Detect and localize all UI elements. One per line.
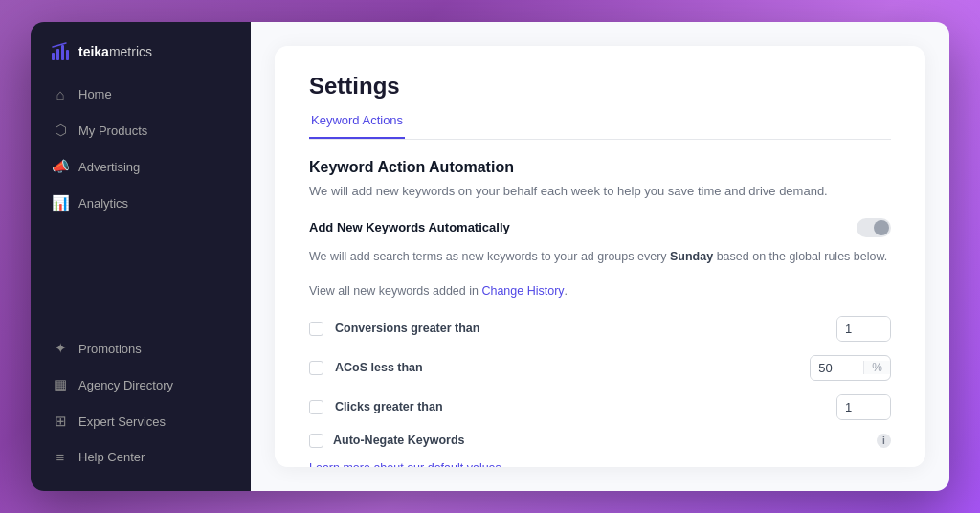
clicks-label: Clicks greater than: [335, 400, 825, 413]
tab-keyword-actions[interactable]: Keyword Actions: [309, 107, 405, 139]
svg-rect-0: [52, 53, 55, 60]
page-title: Settings: [309, 73, 891, 100]
star-icon: ⊞: [52, 413, 69, 430]
auto-negate-info-icon[interactable]: i: [877, 434, 891, 448]
conversions-label: Conversions greater than: [335, 322, 825, 335]
sidebar-item-promotions[interactable]: ✦ Promotions: [40, 331, 241, 366]
tab-bar: Keyword Actions: [309, 107, 891, 140]
acos-input-wrap: %: [810, 355, 891, 381]
sidebar: teikametrics ⌂ Home ⬡ My Products 📣 Adve…: [31, 22, 251, 491]
logo-icon: [50, 41, 71, 62]
logo-text: teikametrics: [78, 44, 152, 59]
sidebar-bottom-nav: ✦ Promotions ▦ Agency Directory ⊞ Expert…: [31, 307, 251, 491]
acos-suffix: %: [863, 361, 890, 374]
book-icon: ≡: [52, 449, 69, 465]
settings-card: Settings Keyword Actions Keyword Action …: [275, 46, 925, 467]
box-icon: ⬡: [52, 122, 69, 139]
toggle-row: Add New Keywords Automatically ✕: [309, 218, 891, 237]
acos-input[interactable]: [811, 356, 863, 380]
auto-negate-row: Auto-Negate Keywords i: [309, 434, 891, 448]
conversions-input-wrap: [836, 316, 891, 342]
sidebar-item-my-products[interactable]: ⬡ My Products: [40, 113, 241, 147]
auto-negate-checkbox[interactable]: [309, 434, 323, 448]
toggle-knob: [874, 220, 889, 235]
change-history-line: View all new keywords added in Change Hi…: [309, 281, 891, 301]
main-content: Settings Keyword Actions Keyword Action …: [251, 22, 949, 491]
sidebar-item-home[interactable]: ⌂ Home: [40, 78, 241, 111]
conversions-input[interactable]: [837, 317, 890, 341]
learn-more-link[interactable]: Learn more about our default values.: [309, 461, 891, 468]
megaphone-icon: 📣: [52, 158, 69, 175]
rule-row-acos: ACoS less than %: [309, 355, 891, 381]
svg-rect-2: [61, 45, 64, 60]
section-desc: We will add new keywords on your behalf …: [309, 182, 891, 201]
home-icon: ⌂: [52, 86, 69, 102]
sidebar-item-help-center[interactable]: ≡ Help Center: [40, 440, 241, 474]
chart-icon: 📊: [52, 194, 69, 212]
toggle-label: Add New Keywords Automatically: [309, 220, 510, 234]
svg-rect-1: [56, 49, 59, 60]
day-highlight: Sunday: [670, 250, 713, 263]
clicks-input[interactable]: [837, 395, 890, 419]
tag-icon: ✦: [52, 340, 69, 357]
nav-divider: [52, 323, 230, 323]
main-nav: ⌂ Home ⬡ My Products 📣 Advertising 📊 Ana…: [31, 78, 251, 307]
sidebar-item-expert-services[interactable]: ⊞ Expert Services: [40, 404, 241, 438]
change-history-link[interactable]: Change History: [481, 284, 564, 298]
acos-checkbox[interactable]: [309, 361, 323, 375]
rule-row-conversions: Conversions greater than: [309, 316, 891, 342]
toggle-switch[interactable]: ✕: [857, 218, 891, 237]
rule-row-clicks: Clicks greater than: [309, 394, 891, 420]
clicks-input-wrap: [836, 394, 891, 420]
clicks-checkbox[interactable]: [309, 400, 323, 414]
sidebar-item-advertising[interactable]: 📣 Advertising: [40, 149, 241, 184]
section-title: Keyword Action Automation: [309, 159, 891, 176]
auto-negate-label: Auto-Negate Keywords: [333, 434, 867, 447]
svg-rect-3: [66, 50, 69, 60]
conversions-checkbox[interactable]: [309, 322, 323, 336]
sidebar-item-analytics[interactable]: 📊 Analytics: [40, 186, 241, 220]
automation-info: We will add search terms as new keywords…: [309, 247, 891, 266]
sidebar-item-agency-directory[interactable]: ▦ Agency Directory: [40, 368, 241, 402]
acos-label: ACoS less than: [335, 361, 798, 374]
grid-icon: ▦: [52, 376, 69, 393]
logo: teikametrics: [31, 22, 251, 78]
